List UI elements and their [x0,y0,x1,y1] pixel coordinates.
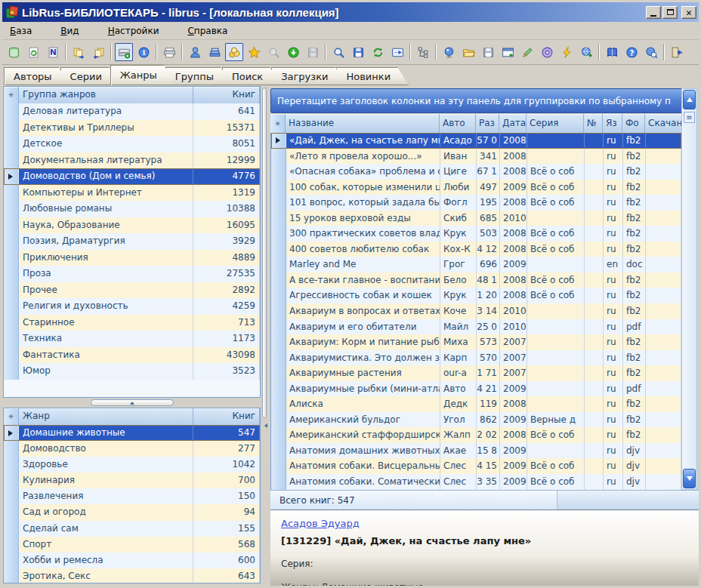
book-row[interactable]: Аквариум в вопросах и ответахКоче3 14201… [271,303,681,319]
genre-group-row[interactable]: Домоводство (Дом и семья)4776 [4,168,260,185]
genre-group-row[interactable]: Прочее2892 [4,282,260,299]
genre-row[interactable]: Сделай сам155 [4,521,260,537]
genre-group-row[interactable]: Поэзия, Драматургия3929 [4,233,260,250]
web-cam-button[interactable] [440,43,458,61]
splitter-collapse-button[interactable] [91,399,174,406]
genre-row[interactable]: Домашние животные547 [4,425,260,441]
notepad-button[interactable]: N [44,43,62,61]
book-row[interactable]: Анатомия собаки. Соматические сСлес3 352… [271,474,681,490]
scroll-down-button[interactable] [683,469,696,488]
tab-3[interactable]: Группы [165,67,232,85]
genre-group-row[interactable]: Любовные романы10388 [4,201,260,217]
maximize-button[interactable] [662,6,678,19]
genre-row[interactable]: Сад и огород94 [4,504,260,520]
column-header-format[interactable]: Фо [622,114,645,133]
genre-group-row[interactable]: Детское8051 [4,136,260,152]
minimize-button[interactable] [646,6,661,19]
book-row[interactable]: Marley and MeГрог6962009endoc [271,257,681,272]
tab-6[interactable]: Новинки [336,67,409,85]
column-header-downloaded[interactable]: Скачано [645,114,682,133]
book-row[interactable]: «Дай, Джек, на счастье лапу мне»Асадо57 … [271,133,681,149]
genre-row[interactable]: Здоровье1042 [4,457,260,473]
vertical-scrollbar[interactable]: ≡ [681,88,697,490]
book-row[interactable]: 400 советов любителю собакКох-К4 122008В… [271,242,681,257]
book-row[interactable]: «Опасная собака» проблема и сужЦиге67 12… [271,164,681,180]
book-row[interactable]: АлискаДедк1192008rufb2 [271,396,681,412]
horizontal-splitter[interactable] [2,398,261,408]
column-header-language[interactable]: Яз [603,114,622,133]
copy-prev-button[interactable] [89,43,107,61]
save-faded-button[interactable] [304,43,322,61]
menu-item-0[interactable]: База [5,23,36,38]
column-header-number[interactable]: № [584,114,603,133]
scroll-up-button[interactable] [683,90,696,109]
vertical-splitter-handle[interactable] [262,88,267,418]
genre-group-row[interactable]: Юмор3523 [4,363,260,380]
book-row[interactable]: Аквариумистика. Это должен знаКарп570200… [271,350,681,366]
genre-row[interactable]: Домоводство277 [4,441,260,457]
genre-row[interactable]: Развлечения150 [4,488,260,504]
group-by-panel[interactable]: Перетащите заголовок колонки на эту пане… [270,88,682,113]
column-header-name[interactable]: Жанр [19,408,193,425]
find-faded-button[interactable] [264,43,283,61]
book-row[interactable]: А все-таки главное - воспитаниеБело48 12… [271,272,681,288]
header-row-indicator[interactable]: ✳ [270,114,286,133]
media-button[interactable] [538,43,556,61]
column-header-size[interactable]: Раз [476,114,499,133]
copy-next-button[interactable] [69,43,88,61]
column-header-count[interactable]: Книг [193,87,260,103]
genre-group-row[interactable]: Проза27535 [4,266,260,282]
genre-group-row[interactable]: Документальная литература12999 [4,152,260,169]
find-button[interactable] [329,43,347,61]
manual-button[interactable] [603,43,621,61]
scrollbar-menu-button[interactable]: ≡ [684,112,695,123]
hdd-add-button[interactable] [115,43,133,61]
info-button[interactable]: i [134,43,153,61]
user-button[interactable] [186,43,204,61]
genre-group-row[interactable]: Деловая литература641 [4,103,260,120]
genre-group-row[interactable]: Фантастика43098 [4,347,260,364]
genre-group-row[interactable]: Старинное713 [4,315,260,331]
genre-group-row[interactable]: Компьютеры и Интернет1319 [4,185,260,202]
column-header-author[interactable]: Авто [440,114,476,133]
column-header-count[interactable]: Книг [193,408,260,425]
book-row[interactable]: Аквариум и его обитателиМайл25 02010rupd… [271,319,681,335]
menu-item-1[interactable]: Вид [56,23,83,38]
book-row[interactable]: Анатомия собаки. Висцеральные сСлес4 152… [271,458,681,474]
save-gray-button[interactable] [479,43,497,61]
print-button[interactable] [160,43,178,61]
column-header-title[interactable]: Название [286,114,440,133]
edit-pen-button[interactable] [518,43,536,61]
column-header-name[interactable]: Группа жанров [19,87,193,103]
genre-row[interactable]: Эротика, Секс643 [4,568,260,583]
book-row[interactable]: 300 практических советов владелКрук50320… [271,226,681,242]
coins-button[interactable] [225,43,243,61]
vertical-splitter[interactable] [261,85,268,586]
exit-button[interactable] [668,43,686,61]
tab-0[interactable]: Авторы [4,67,70,85]
globe-down-button[interactable] [577,43,595,61]
genre-group-row[interactable]: Приключения4889 [4,250,260,266]
close-button[interactable]: ✕ [681,6,696,19]
refresh-button[interactable] [369,43,387,61]
genre-group-row[interactable]: Религия и духовность4259 [4,298,260,315]
author-link[interactable]: Асадов Эдуард [281,518,360,529]
go-button[interactable] [388,43,406,61]
book-row[interactable]: Аквариумные растенияour-a1 712007rufb2 [271,365,681,381]
tab-2[interactable]: Жанры [110,65,175,85]
db-sync-button[interactable] [5,43,23,61]
column-header-series[interactable]: Серия [527,114,584,133]
genre-group-row[interactable]: Детективы и Триллеры15371 [4,120,260,137]
download-button[interactable] [284,43,302,61]
genre-group-row[interactable]: Техника1173 [4,331,260,347]
column-header-date[interactable]: Дата [499,114,527,133]
book-row[interactable]: 101 вопрос, который задала бы ваФогл1952… [271,195,681,211]
genre-row[interactable]: Спорт568 [4,537,260,553]
help-button[interactable]: ? [622,43,641,61]
tab-5[interactable]: Загрузки [271,67,346,85]
flash-button[interactable] [557,43,576,61]
db-refresh-button[interactable] [24,43,42,61]
menu-item-2[interactable]: Настройки [103,23,164,38]
tree-button[interactable] [414,43,432,61]
genre-row[interactable]: Хобби и ремесла600 [4,553,260,568]
